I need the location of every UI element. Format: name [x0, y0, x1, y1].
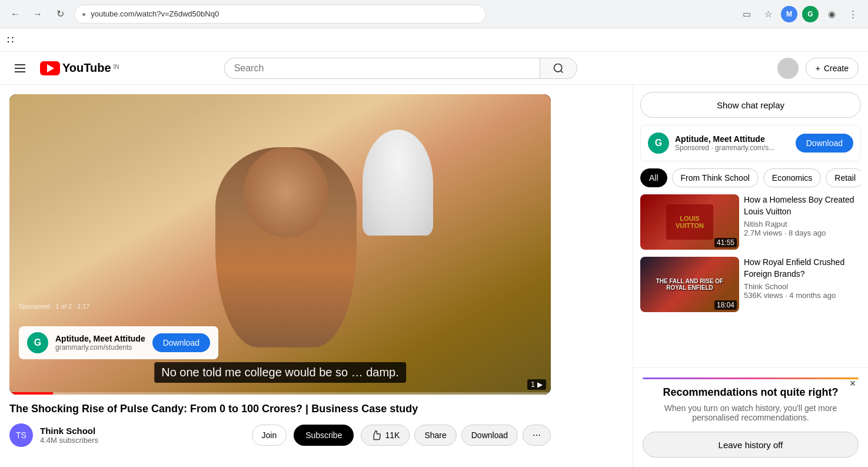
leave-history-button[interactable]: Leave history off — [643, 432, 859, 458]
channel-row: TS Think School 4.4M subscribers Join Su… — [9, 423, 551, 447]
channel-subscribers: 4.4M subscribers — [40, 436, 245, 445]
join-button[interactable]: Join — [252, 425, 287, 446]
popup-title: Recommendations not quite right? — [643, 386, 859, 399]
svg-point-0 — [554, 64, 561, 71]
youtube-logo-icon — [40, 61, 60, 75]
related-channel-2: Think School — [744, 282, 861, 291]
hamburger-line — [15, 68, 25, 69]
address-bar[interactable]: ● youtube.com/watch?v=Z6dwd50bNq0 — [74, 5, 486, 24]
bookmark-icon[interactable]: ☆ — [760, 6, 776, 22]
person-silhouette — [215, 147, 357, 347]
video-ad-overlay: G Aptitude, Meet Attitude grammarly.com/… — [19, 326, 218, 359]
ad-title: Aptitude, Meet Attitude — [55, 334, 145, 343]
user-avatar[interactable] — [777, 58, 799, 79]
channel-avatar-initial: TS — [16, 430, 26, 440]
related-thumb-1-duration: 41:55 — [714, 238, 737, 247]
video-title: The Shocking Rise of Pulse Candy: From 0… — [9, 402, 551, 416]
header-right: + Create — [777, 58, 859, 79]
related-views-2: 536K views — [744, 291, 783, 300]
person-head — [244, 147, 328, 237]
youtube-country: IN — [114, 64, 119, 70]
like-count: 11K — [385, 430, 400, 440]
badge-icon: ▶ — [537, 380, 543, 389]
filter-retail[interactable]: Retail — [826, 168, 861, 187]
filter-think-school[interactable]: From Think School — [672, 168, 759, 187]
ad-download-button[interactable]: Download — [152, 333, 210, 352]
video-info: The Shocking Rise of Pulse Candy: From 0… — [9, 402, 551, 447]
cast-icon[interactable]: ▭ — [739, 6, 755, 22]
related-channel-1: Nitish Rajput — [744, 220, 861, 228]
refresh-button[interactable]: ↻ — [52, 6, 68, 22]
related-age-2: 4 months ago — [789, 291, 836, 300]
youtube-logo-text: YouTube — [62, 61, 111, 75]
sidebar-ad: G Aptitude, Meet Attitude Sponsored · gr… — [640, 125, 861, 161]
related-info-2: How Royal Enfield Crushed Foreign Brands… — [744, 257, 861, 312]
badge-number: 1 — [531, 380, 535, 389]
related-dot-1: · — [784, 228, 789, 237]
ad-logo-icon: G — [27, 332, 48, 353]
sidebar-ad-sponsored: Sponsored · grammarly.com/s... — [675, 144, 790, 152]
chat-replay-button[interactable]: Show chat replay — [640, 92, 861, 118]
sponsored-label: Sponsored · 1 of 2 · 1:17 — [19, 303, 89, 310]
youtube-logo[interactable]: YouTube IN — [40, 61, 119, 75]
search-button[interactable] — [540, 58, 577, 79]
hamburger-menu[interactable] — [9, 58, 31, 79]
forward-button[interactable]: → — [29, 6, 46, 22]
related-info-1: How a Homeless Boy Created Louis Vuitton… — [744, 194, 861, 250]
sidebar-ad-info: Aptitude, Meet Attitude Sponsored · gram… — [675, 134, 790, 152]
share-button[interactable]: Share — [414, 425, 456, 446]
video-subtitle: No one told me college would be so … dam… — [154, 362, 406, 383]
related-video-1[interactable]: LOUISVUITTON 41:55 How a Homeless Boy Cr… — [640, 194, 861, 250]
video-wrapper: No one told me college would be so … dam… — [9, 94, 551, 395]
subscribe-button[interactable]: Subscribe — [294, 425, 354, 446]
sidebar: Show chat replay G Aptitude, Meet Attitu… — [633, 85, 868, 467]
related-thumb-2-duration: 18:04 — [714, 300, 737, 310]
youtube-play-triangle — [47, 64, 54, 72]
profile-g-icon[interactable]: G — [802, 6, 819, 22]
main-layout: No one told me college would be so … dam… — [0, 85, 868, 467]
sidebar-download-button[interactable]: Download — [796, 134, 853, 153]
more-options-button[interactable]: ⋯ — [523, 425, 551, 446]
back-button[interactable]: ← — [7, 6, 24, 22]
video-player[interactable]: No one told me college would be so … dam… — [9, 94, 551, 395]
related-video-2[interactable]: THE FALL AND RISE OFROYAL ENFIELD 18:04 … — [640, 257, 861, 312]
url-text: youtube.com/watch?v=Z6dwd50bNq0 — [91, 9, 219, 18]
action-buttons: 11K Share Download ⋯ — [361, 425, 551, 446]
video-progress-fill — [9, 392, 53, 395]
video-progress-bar[interactable] — [9, 392, 551, 395]
ad-info: Aptitude, Meet Attitude grammarly.com/st… — [55, 334, 145, 352]
search-input[interactable] — [224, 58, 540, 79]
channel-name: Think School — [40, 426, 245, 436]
hamburger-line — [15, 64, 25, 65]
create-button[interactable]: + Create — [806, 58, 859, 79]
related-title-1: How a Homeless Boy Created Louis Vuitton — [744, 194, 861, 217]
filter-economics[interactable]: Economics — [763, 168, 821, 187]
channel-avatar[interactable]: TS — [9, 423, 33, 447]
video-section: No one told me college would be so … dam… — [0, 85, 633, 467]
apps-grid-icon[interactable]: ∷ — [7, 34, 14, 47]
related-meta-2: 536K views · 4 months ago — [744, 291, 861, 300]
related-views-1: 2.7M views — [744, 228, 782, 237]
ad-url: grammarly.com/students — [55, 343, 145, 352]
filter-all[interactable]: All — [640, 168, 667, 187]
menu-dots-icon[interactable]: ⋮ — [844, 6, 861, 22]
youtube-header: YouTube IN + Create — [0, 52, 868, 85]
filter-pills: All From Think School Economics Retail — [640, 168, 861, 187]
related-thumb-2: THE FALL AND RISE OFROYAL ENFIELD 18:04 — [640, 257, 739, 312]
extensions-icon[interactable]: ◉ — [823, 6, 840, 22]
popup-description: When you turn on watch history, you'll g… — [643, 403, 859, 422]
like-button[interactable]: 11K — [361, 425, 410, 446]
download-button[interactable]: Download — [461, 425, 518, 446]
profile-m-icon[interactable]: M — [781, 6, 797, 22]
thumbnail-badge: 1 ▶ — [527, 379, 546, 390]
recommendations-popup: × Recommendations not quite right? When … — [633, 367, 868, 467]
sidebar-ad-title: Aptitude, Meet Attitude — [675, 134, 790, 144]
purple-bar — [643, 377, 859, 379]
hamburger-line — [15, 71, 25, 72]
search-form — [224, 58, 577, 79]
related-meta-1: 2.7M views · 8 days ago — [744, 228, 861, 237]
svg-line-1 — [561, 70, 563, 72]
grid-bar: ∷ — [0, 28, 868, 52]
channel-info: Think School 4.4M subscribers — [40, 426, 245, 445]
popup-close-button[interactable]: × — [844, 375, 861, 392]
